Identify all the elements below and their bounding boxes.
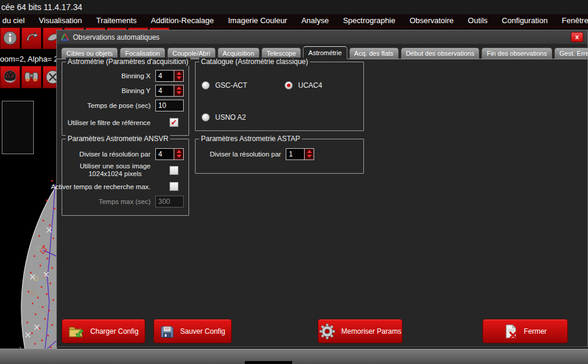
button-label: Sauver Config — [180, 327, 225, 336]
radio-gsc-act[interactable]: GSC-ACT — [202, 81, 247, 90]
memorize-params-button[interactable]: Memoriser Params — [318, 319, 402, 343]
button-label: Memoriser Params — [341, 327, 401, 336]
menu-item-visualisation[interactable]: Visualisation — [32, 15, 90, 26]
save-config-button[interactable]: Sauver Config — [154, 319, 232, 343]
close-dialog-button[interactable]: Fermer — [482, 319, 568, 343]
subimage-label-line1: Utiliser une sous image — [79, 162, 151, 170]
menu-bar: du ciel Visualisation Traitements Additi… — [0, 14, 588, 28]
spin-down-icon[interactable] — [177, 155, 181, 158]
menu-item-imagerie-couleur[interactable]: Imagerie Couleur — [221, 15, 295, 26]
menu-item-analyse[interactable]: Analyse — [294, 15, 335, 26]
binning-y-label: Binning Y — [122, 87, 151, 94]
tab-fin-des-observations[interactable]: Fin des observations — [481, 47, 552, 59]
zoom-status-text: oom=2, Alpha= 2 — [0, 55, 57, 63]
spinner-arrows[interactable] — [174, 71, 183, 81]
menu-item-fenetres[interactable]: Fenêtres — [555, 15, 588, 26]
tab-gest-erreur[interactable]: Gest. Erreur — [554, 47, 588, 59]
radio-usno-a2[interactable]: USNO A2 — [202, 113, 246, 122]
prism-icon — [60, 33, 69, 41]
tab-acq-des-flats[interactable]: Acq. des flats — [349, 47, 399, 59]
window-titlebar: cée 64 bits 11.4.17.34 — [0, 0, 588, 14]
side-panel — [2, 101, 34, 154]
menu-item-outils[interactable]: Outils — [461, 15, 494, 26]
spin-down-icon[interactable] — [307, 155, 312, 158]
binning-x-label: Binning X — [122, 72, 151, 79]
exposure-label: Temps de pose (sec) — [87, 102, 151, 109]
binoculars-icon — [23, 70, 40, 84]
max-time-label: Temps max (sec) — [98, 198, 151, 205]
radio-icon[interactable] — [285, 81, 293, 90]
gear-icon — [319, 323, 335, 340]
binning-y-spinner[interactable]: 4 — [155, 85, 184, 97]
astap-divide-value: 1 — [286, 149, 304, 159]
toolbar-row-2 — [0, 66, 63, 88]
undo-arrow-icon — [24, 30, 39, 46]
radio-label: UCAC4 — [298, 81, 322, 90]
radio-icon[interactable] — [202, 113, 210, 122]
spinner-arrows[interactable] — [174, 149, 183, 159]
document-close-icon — [504, 324, 518, 339]
spinner-arrows[interactable] — [304, 149, 314, 159]
binning-y-value: 4 — [156, 85, 174, 96]
spinner-arrows[interactable] — [174, 85, 183, 96]
menu-item-addition-recalage[interactable]: Addition-Recalage — [144, 15, 221, 26]
binning-x-value: 4 — [156, 71, 174, 81]
spin-down-icon[interactable] — [177, 76, 181, 79]
radio-label: GSC-ACT — [215, 81, 247, 90]
spin-up-icon[interactable] — [177, 72, 181, 75]
spin-up-icon[interactable] — [177, 87, 181, 90]
max-time-input[interactable] — [155, 196, 184, 207]
ansvr-divide-value: 4 — [156, 149, 174, 159]
menu-item-traitements[interactable]: Traitements — [89, 15, 143, 26]
radio-icon[interactable] — [202, 81, 210, 90]
status-bar — [0, 349, 588, 364]
exposure-input[interactable] — [155, 100, 184, 111]
group-ansvr: Paramètres Astrometrie ANSVR Diviser la … — [62, 139, 189, 216]
dialog-observations-automatiques: Observations automatiques x Cibles ou ob… — [56, 30, 588, 347]
floppy-disk-icon — [160, 324, 174, 339]
info-icon — [2, 30, 18, 46]
search-button[interactable] — [21, 66, 41, 88]
zoom-status-strip: oom=2, Alpha= 2 — [0, 52, 57, 65]
subimage-label-line2: 1024x1024 pixels — [88, 170, 142, 177]
menu-item-observatoire[interactable]: Observatoire — [402, 15, 461, 26]
dialog-title: Observations automatiques — [73, 33, 159, 41]
radio-ucac4[interactable]: UCAC4 — [285, 81, 322, 90]
max-search-label: Activer temps de recherche max. — [51, 183, 151, 190]
group-title: Catalogue (Astrométrie classique) — [199, 58, 310, 66]
app-window: cée 64 bits 11.4.17.34 du ciel Visualisa… — [0, 0, 588, 364]
group-title: Paramètres Astrometrie ASTAP — [199, 135, 302, 143]
open-folder-icon — [68, 324, 84, 339]
undo-button[interactable] — [21, 27, 41, 49]
binning-x-spinner[interactable]: 4 — [155, 70, 184, 82]
group-astap: Paramètres Astrometrie ASTAP Diviser la … — [195, 139, 364, 174]
tab-debut-des-observations[interactable]: Début des observations — [401, 47, 480, 59]
button-label: Charger Config — [90, 327, 138, 336]
spin-up-icon[interactable] — [307, 150, 312, 153]
ref-filter-label: Utiliser le filtre de référence — [68, 119, 151, 126]
group-catalogue: Catalogue (Astrométrie classique) GSC-AC… — [195, 62, 364, 131]
group-title: Paramètres Astrometrie ANSVR — [66, 135, 170, 143]
menu-item-configuration[interactable]: Configuration — [495, 15, 555, 26]
astap-divide-label: Diviser la résolution par — [210, 151, 281, 158]
window-title: cée 64 bits 11.4.17.34 — [1, 2, 82, 12]
spin-down-icon[interactable] — [177, 91, 181, 94]
ansvr-divide-spinner[interactable]: 4 — [155, 148, 184, 160]
starfield-button[interactable] — [0, 66, 20, 88]
max-search-checkbox[interactable] — [170, 182, 178, 191]
status-bar-notch — [245, 361, 292, 364]
info-button[interactable] — [0, 27, 20, 49]
astap-divide-spinner[interactable]: 1 — [286, 148, 314, 160]
subimage-checkbox[interactable] — [170, 166, 178, 175]
menu-item-spectrographie[interactable]: Spectrographie — [336, 15, 402, 26]
ansvr-divide-label: Diviser la résolution par — [79, 151, 151, 158]
group-title: Astrométrie (Paramètres d'acquisition) — [66, 58, 190, 66]
load-config-button[interactable]: Charger Config — [62, 319, 145, 343]
spin-up-icon[interactable] — [177, 150, 181, 153]
ref-filter-checkbox[interactable] — [170, 118, 178, 127]
radio-label: USNO A2 — [215, 113, 246, 122]
starfield-icon — [2, 69, 18, 85]
dialog-close-button[interactable]: x — [571, 32, 583, 42]
group-astrometrie-acquisition: Astrométrie (Paramètres d'acquisition) B… — [62, 62, 189, 136]
menu-item-du-ciel[interactable]: du ciel — [0, 15, 32, 26]
